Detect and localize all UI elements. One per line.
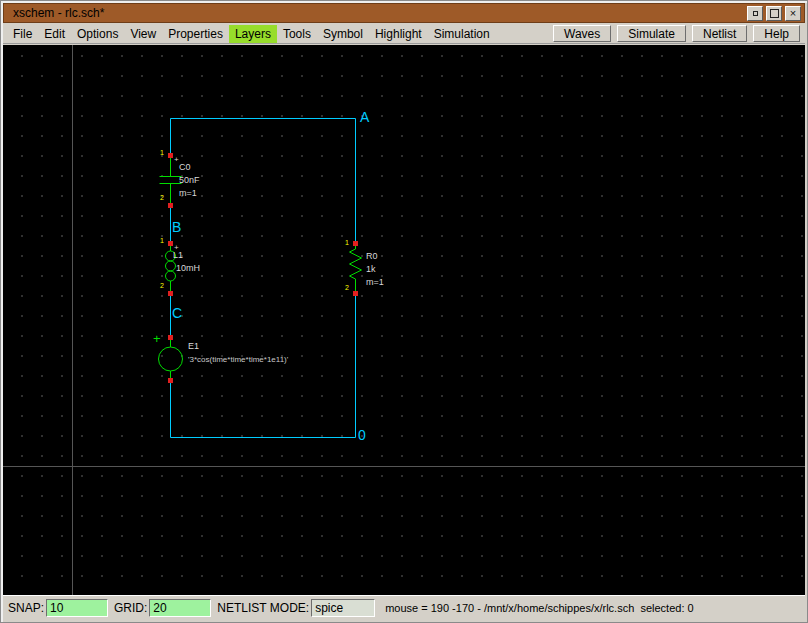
- pin-square[interactable]: [353, 291, 358, 296]
- pin-square[interactable]: [168, 291, 173, 296]
- pin-square[interactable]: [168, 335, 173, 340]
- menubar: File Edit Options View Properties Layers…: [3, 24, 805, 44]
- menu-edit[interactable]: Edit: [38, 25, 71, 43]
- net-label-0[interactable]: 0: [358, 428, 366, 443]
- polarity-plus: +: [174, 244, 179, 253]
- menu-symbol[interactable]: Symbol: [317, 25, 369, 43]
- snap-label: SNAP:: [8, 601, 44, 615]
- net-label-A[interactable]: A: [360, 110, 369, 125]
- netlist-mode-input[interactable]: [311, 599, 375, 617]
- wire-net[interactable]: [171, 119, 356, 438]
- menu-highlight[interactable]: Highlight: [369, 25, 428, 43]
- label-C0-m[interactable]: m=1: [179, 189, 197, 199]
- close-button[interactable]: ×: [785, 6, 801, 21]
- label-E1-ref[interactable]: E1: [188, 342, 199, 352]
- polarity-plus: +: [153, 332, 161, 346]
- netlist-mode-label: NETLIST MODE:: [217, 601, 309, 615]
- label-E1-value[interactable]: '3*cos(time*time*time*1e11)': [188, 356, 288, 365]
- pin-square[interactable]: [168, 153, 173, 158]
- titlebar[interactable]: xschem - rlc.sch* ×: [3, 3, 805, 23]
- pin-square[interactable]: [168, 241, 173, 246]
- grid-input[interactable]: [149, 599, 211, 617]
- component-resistor-R0[interactable]: [350, 243, 362, 293]
- label-C0-ref[interactable]: C0: [179, 163, 191, 173]
- pin-number: 1: [345, 239, 349, 247]
- waves-button[interactable]: Waves: [553, 25, 611, 42]
- snap-input[interactable]: [46, 599, 108, 617]
- menu-file[interactable]: File: [7, 25, 38, 43]
- maximize-icon: [770, 9, 779, 18]
- pin-square[interactable]: [168, 378, 173, 383]
- menu-tools[interactable]: Tools: [277, 25, 317, 43]
- menubar-right-buttons: Waves Simulate Netlist Help: [553, 25, 805, 42]
- pin-square[interactable]: [168, 203, 173, 208]
- label-L1-value[interactable]: 10mH: [176, 264, 200, 274]
- grid-label: GRID:: [114, 601, 147, 615]
- menu-layers[interactable]: Layers: [229, 25, 277, 43]
- polarity-plus: +: [174, 156, 179, 165]
- pin-number: 2: [345, 284, 349, 292]
- menu-simulation[interactable]: Simulation: [428, 25, 496, 43]
- pin-number: 2: [160, 282, 164, 290]
- net-label-C[interactable]: C: [172, 306, 182, 321]
- menu-view[interactable]: View: [124, 25, 162, 43]
- schematic-drawing: [3, 45, 805, 595]
- pin-number: 2: [160, 194, 164, 202]
- net-label-B[interactable]: B: [172, 220, 181, 235]
- simulate-button[interactable]: Simulate: [617, 25, 686, 42]
- label-R0-ref[interactable]: R0: [366, 252, 378, 262]
- close-icon: ×: [790, 8, 796, 19]
- menu-options[interactable]: Options: [71, 25, 124, 43]
- maximize-button[interactable]: [766, 6, 782, 21]
- minimize-icon: [753, 11, 758, 16]
- schematic-canvas[interactable]: ABC0C050nFm=1L110mHE1'3*cos(time*time*ti…: [3, 45, 805, 595]
- help-button[interactable]: Help: [753, 25, 800, 42]
- component-vsource-E1[interactable]: [159, 337, 183, 380]
- pin-number: 1: [160, 237, 164, 245]
- xschem-window: xschem - rlc.sch* × File Edit Options Vi…: [0, 0, 808, 623]
- statusbar: SNAP: GRID: NETLIST MODE: mouse = 190 -1…: [3, 595, 805, 620]
- label-R0-value[interactable]: 1k: [366, 265, 376, 275]
- pin-number: 1: [160, 149, 164, 157]
- netlist-button[interactable]: Netlist: [692, 25, 747, 42]
- mouse-status-text: mouse = 190 -170 - /mnt/x/home/schippes/…: [385, 602, 693, 614]
- label-C0-value[interactable]: 50nF: [179, 176, 200, 186]
- label-R0-m[interactable]: m=1: [366, 278, 384, 288]
- pin-square[interactable]: [353, 241, 358, 246]
- menu-properties[interactable]: Properties: [162, 25, 229, 43]
- window-title: xschem - rlc.sch*: [13, 3, 104, 23]
- minimize-button[interactable]: [747, 6, 763, 21]
